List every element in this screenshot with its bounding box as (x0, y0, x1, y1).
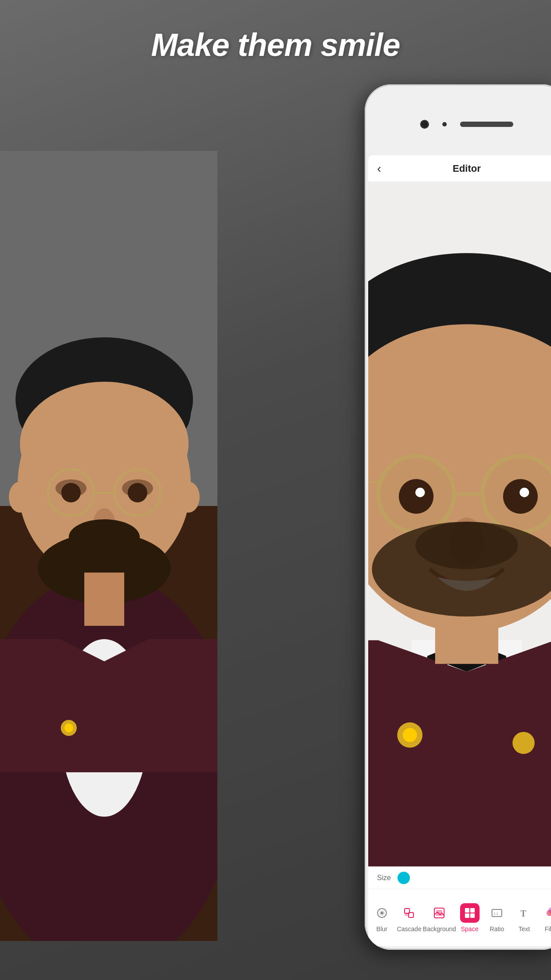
size-dot[interactable] (398, 872, 410, 884)
svg-rect-67 (470, 908, 475, 913)
svg-point-22 (9, 482, 31, 513)
svg-rect-63 (405, 913, 408, 916)
phone-top (365, 93, 551, 155)
phone-frame: ‹ Editor (365, 84, 551, 950)
toolbar-item-ratio[interactable]: 1:1 Ratio (483, 903, 511, 933)
ratio-label: Ratio (490, 925, 504, 933)
space-icon (460, 903, 480, 923)
text-icon: T (515, 903, 534, 923)
editor-title: Editor (453, 163, 481, 174)
svg-point-51 (520, 488, 529, 497)
toolbar-item-cascade[interactable]: Cascade (396, 903, 423, 933)
cascade-icon (399, 903, 419, 923)
filter-label: Filter (545, 925, 551, 933)
photo-area (368, 182, 551, 893)
cascade-label: Cascade (397, 925, 421, 933)
svg-point-20 (69, 519, 140, 555)
svg-rect-66 (465, 908, 469, 913)
left-photo (0, 151, 217, 941)
toolbar-item-filter[interactable]: Filter (538, 903, 551, 933)
phone-screen: ‹ Editor (368, 155, 551, 946)
toolbar-item-space[interactable]: Space (456, 903, 484, 933)
toolbar-item-text[interactable]: T Text (511, 903, 538, 933)
size-label: Size (377, 874, 391, 882)
ratio-icon: 1:1 (487, 903, 507, 923)
background-label: Background (423, 925, 456, 933)
svg-text:T: T (520, 909, 527, 918)
svg-point-50 (415, 488, 425, 497)
space-label: Space (461, 925, 479, 933)
svg-marker-34 (368, 640, 467, 893)
text-label: Text (519, 925, 530, 933)
svg-marker-35 (467, 640, 551, 893)
svg-rect-21 (84, 573, 124, 626)
svg-marker-24 (0, 639, 104, 772)
filter-icon (542, 903, 551, 923)
svg-point-10 (20, 382, 189, 506)
svg-point-54 (415, 522, 518, 569)
svg-point-57 (512, 732, 535, 754)
toolbar-item-background[interactable]: Background (423, 903, 456, 933)
size-bar: Size (368, 867, 551, 889)
svg-point-17 (128, 483, 147, 502)
svg-rect-69 (470, 913, 475, 918)
svg-point-16 (61, 483, 81, 502)
phone-dot (442, 122, 447, 126)
blur-label: Blur (376, 925, 387, 933)
svg-point-56 (403, 728, 417, 742)
back-button[interactable]: ‹ (377, 162, 381, 176)
tagline: Make them smile (0, 27, 551, 63)
toolbar-item-blur[interactable]: Blur (368, 903, 396, 933)
svg-point-60 (381, 912, 383, 914)
app-header: ‹ Editor (368, 155, 551, 182)
background-icon (429, 903, 449, 923)
blur-icon (372, 903, 392, 923)
svg-point-23 (177, 482, 200, 513)
svg-marker-25 (104, 639, 217, 772)
svg-point-27 (64, 723, 73, 732)
svg-point-48 (399, 479, 433, 514)
phone-speaker (460, 122, 513, 127)
svg-rect-68 (465, 913, 469, 918)
phone-camera (420, 120, 429, 129)
svg-text:1:1: 1:1 (493, 912, 499, 916)
app-toolbar: Size Blur (368, 866, 551, 946)
toolbar-items: Blur Cascade (368, 889, 551, 946)
svg-point-49 (503, 479, 538, 514)
